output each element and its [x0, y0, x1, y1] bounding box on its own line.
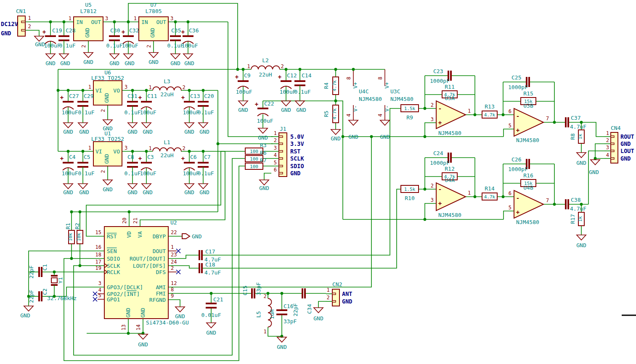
cap-C12[interactable]: + C12 100uF — [278, 69, 297, 101]
schematic-page: GND GND GND GND GND GND GND GND GND GND … — [0, 0, 636, 364]
C12-value: 100uF — [279, 89, 296, 95]
R8-value: 1k — [578, 134, 583, 140]
inductor-L1[interactable]: L1 22uH 1 2 — [148, 139, 185, 158]
opamp-U3B[interactable]: U3B 6 5 7 - + NJM4580 — [509, 103, 549, 143]
cap-C36[interactable]: + C36 100uF — [181, 22, 199, 54]
cap-C15[interactable]: C15 33pF — [242, 282, 262, 298]
U4C-ref: U4C — [359, 88, 368, 95]
cap-C28[interactable]: C28 0.1uF — [58, 22, 76, 54]
U1-n2: 2 — [100, 170, 106, 173]
cap-C5[interactable]: C5 0.1uF — [77, 151, 95, 184]
R7-ref: R7 — [260, 157, 267, 164]
U2-n20: 20 — [122, 218, 127, 224]
U6-n3: 3 — [125, 84, 127, 90]
C3-plus: + — [138, 155, 142, 162]
CN4-ref: CN4 — [611, 125, 621, 131]
cap-C26[interactable]: C26 1000pF — [508, 156, 529, 172]
C17-ref: C17 — [205, 248, 215, 255]
resistor-R13[interactable]: 4.7k R13 — [482, 103, 497, 118]
opamp-U4A[interactable]: U4A 2 3 1 - + NJM4580 — [431, 177, 471, 218]
resistor-R8[interactable]: 1k R8 — [570, 130, 584, 143]
cap-C13[interactable]: + C13 100uF — [181, 90, 200, 123]
U2-n24: 24 — [171, 259, 177, 265]
ic-U2[interactable]: U2 Si4734-D60-GU 15 RST 16 SEN 18 SDIO 1… — [95, 218, 202, 330]
R3-value: 100 — [250, 149, 258, 154]
resistor-R1[interactable]: 10k R1 — [65, 223, 74, 244]
cap-C30[interactable]: C30 0.1uF — [106, 22, 122, 54]
cap-C25[interactable]: C25 1000pF — [508, 74, 529, 90]
C22-plus: + — [255, 101, 258, 108]
cap-C21[interactable]: C21 0.01uF — [201, 296, 223, 318]
connector-CN1[interactable]: CN1 1 2 DC12V GND — [1, 8, 31, 37]
U2-n1: 1 — [171, 244, 174, 250]
cap-C2[interactable]: C2 22pF — [28, 288, 48, 303]
cap-C34[interactable]: 22pF C34 — [292, 288, 313, 317]
C18-ref: C18 — [205, 261, 215, 268]
cap-C29[interactable]: C29 0.1uF — [77, 90, 95, 123]
gnd-label: GND — [348, 134, 358, 140]
regulator-U7[interactable]: U7 L7805 IN OUT GND 1 3 2 — [134, 2, 173, 48]
cap-C17[interactable]: C17 4.7uF — [199, 248, 221, 263]
U2-pin-gnd13: GND — [125, 308, 131, 318]
U4A-plus: + — [438, 200, 442, 207]
U5-value: L7812 — [80, 8, 96, 14]
cap-C23[interactable]: C23 1000pF — [430, 68, 451, 84]
cap-C11[interactable]: + C11 100uF — [138, 90, 157, 123]
L5-n1: 1 — [263, 329, 266, 335]
U2-n5: 5 — [98, 293, 101, 298]
CN4-pin2: 2 — [606, 137, 609, 143]
U7-pin-in: IN — [141, 19, 148, 25]
R11-ref: R11 — [445, 84, 454, 90]
CN1-pin2: 2 — [28, 24, 31, 29]
R2-ref: R2 — [74, 223, 80, 229]
U3B-ref: U3B — [523, 103, 533, 109]
regulator-U5[interactable]: U5 L7812 IN OUT GND 1 3 2 — [69, 2, 108, 48]
C9-ref: C9 — [244, 72, 251, 79]
resistor-R5[interactable]: 4.7k R5 — [323, 105, 339, 123]
cap-C35[interactable]: C35 0.1uF — [167, 22, 183, 54]
C25-ref: C25 — [511, 74, 521, 81]
resistor-R2[interactable]: 10k R2 — [74, 223, 83, 244]
resistor-R4[interactable]: 4.7k R4 — [323, 77, 339, 95]
inductor-L5[interactable]: L5 1uH 2 1 — [255, 293, 275, 335]
crystal-Y1[interactable]: Y1 32.768kHz — [47, 275, 77, 301]
U2-n22: 22 — [171, 229, 177, 235]
cap-C6[interactable]: + C6 100uF — [181, 151, 199, 184]
cap-C19[interactable]: + C19 100uF — [42, 22, 62, 54]
cap-C18[interactable]: C18 4.7uF — [199, 261, 221, 276]
cap-C3[interactable]: + C3 100uF — [138, 151, 156, 184]
C2-value: 22pF — [28, 290, 34, 303]
gnd-label: GND — [109, 60, 119, 66]
R7-value: 100 — [250, 164, 258, 169]
L1-ref: L1 — [164, 139, 170, 145]
resistor-R10[interactable]: 1.5k R10 — [401, 185, 419, 201]
resistor-R17[interactable]: 1k R17 — [570, 212, 584, 226]
C6-value: 100uF — [183, 170, 199, 177]
cap-C24[interactable]: C24 1000pF — [430, 150, 451, 166]
opamp-U4B[interactable]: U4B 6 5 7 - + NJM4580 — [509, 185, 549, 225]
C13-ref: C13 — [190, 93, 200, 99]
U5-pin-in: IN — [76, 19, 83, 25]
C31-ref: C31 — [127, 93, 137, 99]
R17-ref: R17 — [570, 214, 576, 224]
cap-C9[interactable]: + C9 100uF — [235, 69, 252, 101]
opamp-U3A[interactable]: U3A 2 3 1 - + NJM4580 — [431, 95, 471, 136]
U4C-value: NJM4580 — [359, 96, 382, 102]
cap-C32[interactable]: + C32 100uF — [122, 22, 139, 54]
U4C-vplus: V+ — [352, 82, 358, 89]
cap-C7[interactable]: C7 0.1uF — [197, 151, 214, 184]
gnd-label: GND — [184, 60, 194, 66]
power-symbol-U4C[interactable]: 8 V+ V- 4 U4C NJM4580 — [346, 76, 382, 116]
cap-C1[interactable]: C1 22pF — [28, 264, 48, 278]
resistor-R14[interactable]: 4.7k R14 — [482, 185, 497, 200]
cap-C14[interactable]: C14 0.1uF — [294, 69, 311, 101]
cap-C22[interactable]: + C22 100uF — [255, 100, 274, 124]
U7-pin-out: OUT — [156, 19, 167, 25]
resistor-R9[interactable]: 1.5k R9 — [401, 105, 419, 121]
cap-C4[interactable]: + C4 100uF — [60, 151, 78, 184]
gnd-label: GND — [380, 134, 390, 140]
J1-pin3: 3 — [274, 145, 277, 151]
U1-pin-vo: VO — [113, 148, 120, 155]
cap-C27[interactable]: + C27 100uF — [60, 90, 79, 123]
CN2-ref: CN2 — [332, 281, 342, 288]
